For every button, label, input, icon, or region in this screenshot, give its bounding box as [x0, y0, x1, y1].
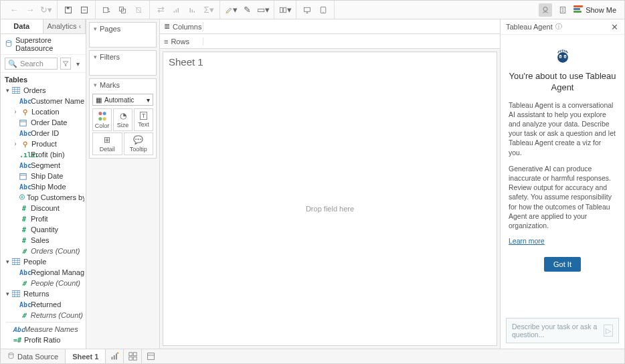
field-customer-name[interactable]: AbcCustomer Name: [2, 96, 84, 106]
pages-shelf[interactable]: ▾Pages: [89, 22, 157, 48]
sheet-view[interactable]: Sheet 1 Drop field here: [163, 52, 497, 346]
field-orders-count[interactable]: #Orders (Count): [2, 246, 84, 256]
fields-menu-button[interactable]: ▾: [74, 58, 82, 70]
table-returns[interactable]: ▾Returns: [2, 288, 84, 299]
forward-icon[interactable]: →: [23, 3, 37, 17]
auto-icon: ▦: [96, 96, 102, 104]
svg-rect-35: [116, 353, 117, 359]
mark-text[interactable]: TText: [134, 108, 153, 131]
mark-size[interactable]: ◔Size: [113, 108, 132, 131]
field-location[interactable]: ›⚲Location: [2, 106, 84, 117]
sort-asc-icon[interactable]: [170, 3, 183, 17]
learn-more-link[interactable]: Learn more: [509, 237, 545, 245]
back-icon[interactable]: ←: [7, 3, 21, 17]
datasource-tab-icon: [7, 352, 15, 361]
highlight-icon[interactable]: ▾: [224, 3, 238, 17]
send-icon[interactable]: ▷: [604, 325, 613, 337]
sort-desc-icon[interactable]: [186, 3, 199, 17]
presentation-icon[interactable]: [300, 3, 314, 17]
save-icon[interactable]: [62, 3, 75, 17]
field-profit-bin[interactable]: .ılı.Profit (bin): [2, 149, 84, 160]
svg-rect-26: [12, 291, 20, 297]
field-sales[interactable]: #Sales: [2, 235, 84, 246]
agent-panel: Tableau Agentⓘ ✕ You're about to use Tab…: [500, 19, 624, 349]
mark-type-select[interactable]: ▦Automatic▾: [92, 94, 153, 106]
field-order-date[interactable]: Order Date: [2, 117, 84, 128]
tab-analytics[interactable]: Analytics ‹: [43, 19, 86, 33]
show-me-button[interactable]: Show Me: [573, 5, 616, 15]
datasource-row[interactable]: Superstore Datasource: [1, 34, 86, 55]
svg-rect-25: [12, 259, 20, 265]
new-sheet-icon[interactable]: [100, 3, 113, 17]
data-guide-icon[interactable]: [556, 3, 569, 17]
tab-data-source[interactable]: Data Source: [1, 349, 66, 363]
mark-detail[interactable]: ⊞Detail: [92, 132, 122, 155]
agent-input-placeholder: Describe your task or ask a question...: [512, 323, 604, 339]
annotate-icon[interactable]: ✎: [240, 3, 254, 17]
svg-rect-9: [178, 8, 179, 13]
columns-shelf[interactable]: ≣Columns: [160, 19, 500, 34]
undo-dropdown-icon[interactable]: ↻▾: [39, 3, 53, 17]
new-worksheet-button[interactable]: [106, 349, 124, 363]
drop-field-hint: Drop field here: [163, 72, 497, 345]
rows-icon: ≡: [164, 37, 168, 46]
field-profit[interactable]: #Profit: [2, 213, 84, 224]
text-icon: T: [140, 112, 148, 120]
field-profit-ratio[interactable]: =#Profit Ratio: [2, 335, 84, 345]
svg-rect-34: [114, 355, 115, 360]
fit-icon[interactable]: ▾: [278, 3, 292, 17]
got-it-button[interactable]: Got It: [544, 257, 581, 272]
field-top-customers-set[interactable]: ⦾Top Customers by P...: [2, 192, 84, 203]
duplicate-icon[interactable]: [116, 3, 129, 17]
field-people-count[interactable]: #People (Count): [2, 278, 84, 288]
svg-point-30: [559, 56, 561, 58]
mark-color[interactable]: ●●●●Color: [92, 108, 112, 131]
table-people[interactable]: ▾People: [2, 256, 84, 267]
svg-rect-7: [174, 11, 175, 12]
search-icon: 🔍: [8, 60, 17, 68]
svg-rect-11: [192, 9, 193, 13]
search-input[interactable]: 🔍 Search: [5, 58, 58, 70]
field-ship-mode[interactable]: AbcShip Mode: [2, 181, 84, 192]
parameters-header: Parameters: [2, 345, 84, 349]
field-returns-count[interactable]: #Returns (Count): [2, 310, 84, 321]
field-segment[interactable]: AbcSegment: [2, 160, 84, 171]
close-icon[interactable]: ✕: [610, 22, 619, 31]
data-pane: Data Analytics ‹ Superstore Datasource 🔍…: [1, 19, 86, 349]
field-regional-manager[interactable]: AbcRegional Manager: [2, 267, 84, 278]
revert-icon[interactable]: [78, 3, 91, 17]
tab-sheet-1[interactable]: Sheet 1: [66, 349, 106, 363]
table-orders[interactable]: ▾Orders: [2, 85, 84, 96]
field-quantity[interactable]: #Quantity: [2, 224, 84, 235]
svg-rect-12: [194, 11, 195, 12]
new-dashboard-button[interactable]: [124, 349, 142, 363]
filters-shelf[interactable]: ▾Filters: [89, 50, 157, 76]
mark-tooltip[interactable]: 💬Tooltip: [124, 132, 154, 155]
svg-rect-3: [104, 7, 108, 13]
clear-icon[interactable]: [132, 3, 145, 17]
field-discount[interactable]: #Discount: [2, 203, 84, 213]
agent-avatar-icon: [553, 47, 572, 66]
totals-icon[interactable]: Σ▾: [202, 3, 215, 17]
swap-icon[interactable]: ⇄: [154, 3, 167, 17]
field-returned[interactable]: AbcReturned: [2, 299, 84, 310]
agent-input[interactable]: Describe your task or ask a question... …: [506, 318, 619, 343]
field-product[interactable]: ›⚲Product: [2, 139, 84, 149]
svg-rect-13: [226, 12, 228, 13]
svg-point-32: [9, 353, 13, 355]
agent-headline: You're about to use Tableau Agent: [509, 71, 616, 94]
agent-toggle-icon[interactable]: [539, 3, 552, 17]
agent-paragraph-1: Tableau Agent is a conversational AI ass…: [509, 100, 616, 157]
svg-rect-40: [147, 353, 154, 360]
info-icon[interactable]: ⓘ: [555, 22, 562, 31]
field-ship-date[interactable]: Ship Date: [2, 171, 84, 181]
field-measure-names[interactable]: AbcMeasure Names: [2, 324, 84, 335]
format-icon[interactable]: ▭▾: [256, 3, 270, 17]
device-icon[interactable]: [317, 3, 330, 17]
filter-fields-button[interactable]: [60, 58, 71, 70]
rows-shelf[interactable]: ≡Rows: [160, 34, 500, 49]
new-story-button[interactable]: [142, 349, 159, 363]
field-order-id[interactable]: AbcOrder ID: [2, 128, 84, 139]
tab-data[interactable]: Data: [1, 19, 43, 33]
tooltip-icon: 💬: [133, 135, 143, 145]
